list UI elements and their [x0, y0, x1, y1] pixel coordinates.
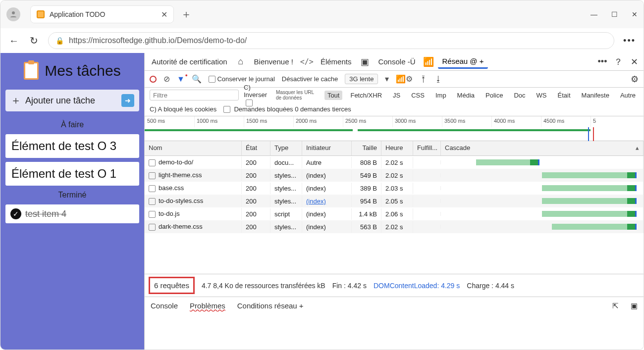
drawer-tab-network-conditions[interactable]: Conditions réseau +	[237, 301, 304, 310]
network-summary: 6 requêtes 4.7 8,4 Ko de ressources tran…	[145, 274, 644, 297]
tab-elements[interactable]: Éléments	[317, 55, 356, 68]
hide-data-urls-label[interactable]: Masquer les URL de données	[276, 90, 320, 100]
network-row[interactable]: demo-to-do/200docu...Autre808 B2.02 s	[145, 156, 644, 169]
network-toolbar: ⊘ ▼ 🔍 Conserver le journal Désactiver le…	[145, 71, 644, 88]
filter-chip-media[interactable]: Média	[454, 91, 478, 100]
elements-icon: </>	[300, 57, 314, 66]
col-waterfall[interactable]: Cascade▴	[441, 141, 644, 155]
ruler-tick: 1500 ms	[244, 116, 293, 127]
add-task-input[interactable]: Ajouter une tâche	[25, 96, 117, 106]
new-tab-button[interactable]: ＋	[181, 7, 192, 22]
initiator-link: (index)	[306, 223, 326, 231]
throttle-dropdown-icon[interactable]: ▾	[385, 74, 389, 84]
transferred-label: 4.7 8,4 Ko de ressources transférées kB	[202, 282, 325, 290]
throttle-select[interactable]: 3G lente	[345, 74, 378, 84]
clipboard-icon	[24, 62, 39, 80]
tab-title: Application TODO	[50, 10, 156, 18]
preserve-log-label: Conserver le journal	[217, 75, 274, 83]
filter-chip-all[interactable]: Tout	[324, 91, 343, 100]
col-initiator[interactable]: Initiateur	[302, 141, 352, 155]
task-item[interactable]: Élément de test O 3	[5, 134, 139, 158]
network-row[interactable]: dark-theme.css200styles...(index)563 B2.…	[145, 220, 644, 233]
task-item[interactable]: Élément de test O 1	[5, 162, 139, 186]
plus-icon: ＋	[10, 93, 21, 108]
profile-avatar[interactable]	[6, 7, 20, 21]
export-har-icon[interactable]: ⭳	[434, 75, 442, 84]
minimize-button[interactable]: —	[590, 10, 597, 18]
submit-task-button[interactable]: ➜	[121, 94, 134, 107]
done-task-item[interactable]: ✓ test item 4	[5, 204, 139, 223]
url-field[interactable]: 🔒 https://microsoftedge.github.io/Demos/…	[48, 32, 614, 49]
network-row[interactable]: light-theme.css200styles...(index)549 B2…	[145, 169, 644, 182]
filter-chip-manifest[interactable]: Manifeste	[579, 91, 612, 100]
devtools-menu-button[interactable]: •••	[596, 56, 609, 67]
filter-chip-font[interactable]: Police	[483, 91, 506, 100]
maximize-button[interactable]: ☐	[611, 10, 618, 18]
initiator-link: (index)	[306, 210, 326, 218]
add-task-row: ＋ Ajouter une tâche ➜	[5, 90, 139, 111]
col-status[interactable]: État	[242, 141, 270, 155]
import-har-icon[interactable]: ⭱	[420, 75, 428, 84]
filter-chip-doc[interactable]: Doc	[511, 91, 528, 100]
filter-toggle-button[interactable]: ▼	[177, 75, 185, 84]
close-tab-icon[interactable]: ✕	[161, 10, 167, 19]
tab-welcome[interactable]: Bienvenue !	[250, 55, 297, 68]
section-done-label: Terminé	[5, 191, 139, 200]
blocked-requests-checkbox[interactable]	[223, 106, 230, 113]
col-name[interactable]: Nom	[145, 141, 242, 155]
search-button[interactable]: 🔍	[192, 74, 202, 84]
close-window-button[interactable]: ✕	[632, 10, 638, 18]
devtools-drawer: Console Problèmes Conditions réseau + ⇱ …	[145, 297, 644, 314]
back-button[interactable]: ←	[8, 35, 19, 47]
file-icon	[149, 224, 156, 231]
settings-button[interactable]: ⚙	[631, 74, 639, 85]
network-timeline[interactable]: 500 ms 1000 ms 1500 ms 2000 ms 2500 ms 3…	[145, 116, 644, 141]
filter-input[interactable]	[150, 90, 239, 100]
record-button[interactable]	[150, 76, 157, 83]
preserve-log-checkbox[interactable]	[209, 76, 215, 83]
finish-label: Fin : 4.42 s	[332, 282, 367, 290]
initiator-link[interactable]: (index)	[306, 198, 326, 205]
col-fulfilled[interactable]: Fulfill...	[413, 141, 441, 155]
filter-chip-js[interactable]: JS	[390, 91, 403, 100]
drawer-dock-icon[interactable]: ▣	[631, 301, 638, 310]
network-row[interactable]: to-do.js200script(index)1.4 kB2.06 s	[145, 207, 644, 220]
initiator-link: (index)	[306, 172, 326, 179]
filter-chip-other[interactable]: Autre	[617, 91, 639, 100]
tab-console[interactable]: Console -Ü	[374, 55, 419, 68]
home-icon[interactable]: ⌂	[234, 56, 247, 67]
col-type[interactable]: Type	[270, 141, 302, 155]
filter-chip-fetch[interactable]: Fetch/XHR	[347, 91, 385, 100]
filter-chip-wasm[interactable]: Était	[555, 91, 574, 100]
wifi-icon: 📶	[422, 56, 435, 67]
drawer-tab-problems[interactable]: Problèmes	[190, 301, 225, 310]
refresh-button[interactable]: ↻	[28, 35, 39, 47]
drawer-expand-icon[interactable]: ⇱	[612, 301, 619, 310]
filter-chip-img[interactable]: Imp	[432, 91, 449, 100]
filter-chip-css[interactable]: CSS	[408, 91, 428, 100]
blocked-cookies-label[interactable]: C) A bloqué les cookies	[150, 105, 216, 113]
network-row[interactable]: base.css200styles...(index)389 B2.03 s	[145, 182, 644, 195]
network-row[interactable]: to-do-styles.css200styles...(index)954 B…	[145, 195, 644, 207]
lock-icon: 🔒	[55, 37, 64, 45]
tab-authority[interactable]: Autorité de certification	[148, 55, 231, 68]
initiator-link: (index)	[306, 185, 326, 192]
close-devtools-button[interactable]: ✕	[628, 56, 641, 67]
tab-network[interactable]: Réseau @ +	[438, 55, 487, 69]
browser-menu-button[interactable]: •••	[623, 36, 636, 46]
drawer-tab-console[interactable]: Console	[151, 301, 178, 310]
check-icon: ✓	[10, 208, 21, 219]
ruler-tick: 2000 ms	[293, 116, 343, 127]
col-time[interactable]: Heure	[381, 141, 413, 155]
todo-app: Mes tâches ＋ Ajouter une tâche ➜ À faire…	[0, 53, 144, 350]
ruler-tick: 3000 ms	[392, 116, 442, 127]
help-button[interactable]: ？	[612, 56, 625, 68]
network-conditions-icon[interactable]: 📶⚙	[396, 74, 413, 84]
col-size[interactable]: Taille	[352, 141, 381, 155]
disable-cache-label[interactable]: Désactiver le cache	[282, 75, 338, 83]
file-icon	[149, 198, 156, 205]
clear-button[interactable]: ⊘	[163, 74, 170, 84]
browser-tab[interactable]: Application TODO ✕	[30, 5, 174, 23]
filter-chip-ws[interactable]: WS	[534, 91, 550, 100]
done-task-label: test item 4	[25, 209, 66, 219]
